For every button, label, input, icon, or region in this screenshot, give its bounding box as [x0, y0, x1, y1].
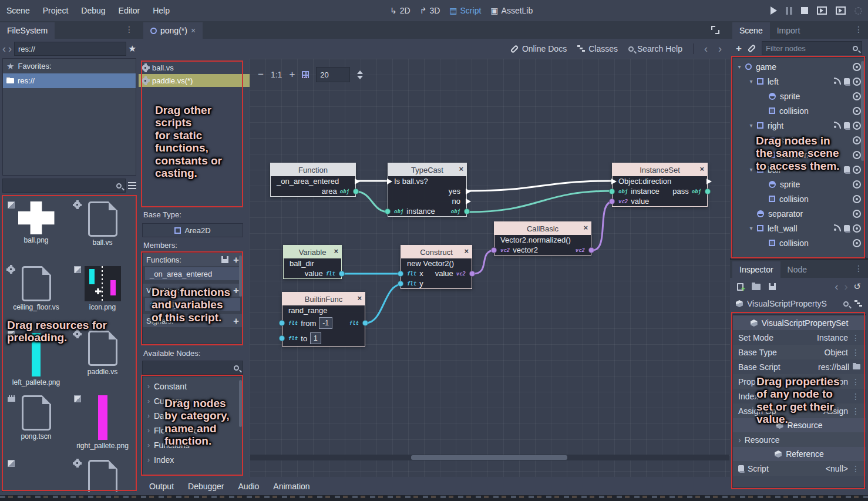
save-resource-icon[interactable]: [769, 283, 776, 290]
stop-button[interactable]: [801, 7, 808, 14]
file-item-right_pallete-png[interactable]: right_pallete.png: [69, 393, 136, 458]
instance-scene-icon[interactable]: [748, 44, 756, 53]
inspector-prop-base-script[interactable]: Base Scriptres://ball: [733, 359, 866, 374]
node-category-constant[interactable]: ›Constant: [143, 379, 243, 394]
tab-filesystem[interactable]: FileSystem: [0, 22, 55, 39]
file-item-ball-png[interactable]: ball.png: [3, 199, 69, 264]
play-button[interactable]: [771, 6, 777, 15]
object-history-icon[interactable]: ↺: [853, 281, 861, 292]
output-port-obj[interactable]: [464, 209, 470, 214]
play-scene-button[interactable]: [817, 6, 827, 15]
close-node-icon[interactable]: ×: [459, 165, 463, 173]
scene-node-separator[interactable]: separator: [733, 206, 866, 221]
tab-inspector[interactable]: Inspector: [732, 261, 780, 278]
visibility-eye-icon[interactable]: [853, 224, 861, 233]
favorite-toggle-icon[interactable]: ★: [129, 43, 136, 54]
nodes-search-field[interactable]: [146, 364, 234, 372]
dock-options-icon[interactable]: ⋮: [854, 264, 863, 273]
tab-node[interactable]: Node: [780, 261, 814, 278]
filter-nodes-input[interactable]: [762, 41, 862, 55]
tools-icon[interactable]: [854, 300, 862, 307]
attached-script-icon[interactable]: [844, 166, 850, 173]
bottom-tab-debugger[interactable]: Debugger: [182, 482, 230, 491]
scene-node-left[interactable]: ▾left: [733, 74, 866, 89]
scene-node-collision[interactable]: collision: [733, 191, 866, 206]
search-help-button[interactable]: Search Help: [628, 44, 682, 53]
menu-editor[interactable]: Editor: [112, 6, 147, 15]
add-function-icon[interactable]: +: [233, 255, 239, 265]
visibility-eye-icon[interactable]: [853, 92, 861, 100]
inspector-prop-set-mode[interactable]: Set ModeInstance⋮: [733, 330, 866, 345]
prop-options-icon[interactable]: ⋮: [852, 333, 860, 342]
bottom-tab-output[interactable]: Output: [143, 482, 180, 491]
graph-node-variable[interactable]: Variable×ball_dirvalueflt: [283, 245, 342, 279]
fs-root-item[interactable]: res://: [3, 73, 136, 88]
inspector-section-reference[interactable]: Reference: [733, 447, 866, 461]
graph-node-instanceset[interactable]: InstanceSet×Object:directionobjinstancep…: [612, 163, 708, 207]
output-port-flt[interactable]: [339, 271, 345, 277]
add-node-icon[interactable]: +: [736, 43, 742, 53]
script-item-paddle-vs---[interactable]: paddle.vs(*): [139, 74, 250, 87]
input-port-flt[interactable]: [398, 271, 403, 277]
add-variable-icon[interactable]: +: [233, 285, 239, 295]
scene-node-left_wall[interactable]: ▾left_wall: [733, 221, 866, 236]
sequence-out-arrow[interactable]: [706, 179, 712, 184]
base-type-button[interactable]: Area2D: [142, 223, 243, 237]
sequence-in-arrow[interactable]: [611, 179, 617, 184]
nodes-search-input[interactable]: [142, 361, 243, 375]
distraction-free-icon[interactable]: [711, 26, 719, 34]
visual-script-graph[interactable]: − 1:1 + 20 Function_on_area_enteredareao…: [250, 59, 730, 477]
history-back-icon[interactable]: ‹: [835, 281, 838, 292]
script-item-ball-vs[interactable]: ball.vs: [139, 61, 250, 74]
menu-help[interactable]: Help: [146, 6, 176, 15]
bottom-tab-audio[interactable]: Audio: [233, 482, 265, 491]
fs-forward-button[interactable]: ›: [8, 43, 12, 54]
prop-options-icon[interactable]: ⋮: [852, 348, 860, 357]
prop-options-icon[interactable]: ⋮: [852, 406, 860, 416]
fs-search-field[interactable]: [6, 181, 116, 190]
file-item[interactable]: [3, 458, 69, 492]
graph-node-callbasic[interactable]: CallBasic×Vector2.normalized()vc2vector2…: [494, 221, 591, 255]
scene-node-collision[interactable]: collision: [733, 236, 866, 250]
load-resource-icon[interactable]: [752, 284, 761, 290]
function-item[interactable]: _on_area_entered: [145, 267, 240, 280]
pause-button[interactable]: [786, 7, 792, 15]
close-node-icon[interactable]: ×: [464, 247, 469, 255]
visibility-eye-icon[interactable]: [853, 180, 861, 189]
default-value-input[interactable]: -1: [319, 317, 332, 329]
online-docs-button[interactable]: Online Docs: [510, 44, 567, 53]
mode-3d[interactable]: ↱3D: [420, 6, 440, 15]
input-port-flt[interactable]: [279, 320, 285, 326]
mode-script[interactable]: ▤Script: [449, 6, 481, 15]
output-port-flt[interactable]: [362, 320, 368, 326]
close-node-icon[interactable]: ×: [583, 224, 588, 231]
file-item-pong-tscn[interactable]: pong.tscn: [3, 393, 69, 458]
output-port-vc2[interactable]: [588, 247, 594, 253]
input-port-obj[interactable]: [385, 209, 391, 214]
prop-options-icon[interactable]: ⋮: [852, 464, 860, 473]
zoom-out-icon[interactable]: −: [258, 69, 264, 80]
inspector-prop-script[interactable]: Script<null>⋮: [733, 461, 866, 476]
mode-assetlib[interactable]: ▣AssetLib: [490, 6, 533, 15]
output-port-obj[interactable]: [353, 189, 359, 194]
script-history-back-icon[interactable]: ‹: [704, 43, 708, 54]
close-node-icon[interactable]: ×: [699, 165, 704, 173]
mode-2d[interactable]: ↳2D: [390, 6, 411, 15]
snap-value-input[interactable]: 20: [316, 67, 350, 82]
new-resource-icon[interactable]: [737, 283, 743, 291]
visibility-eye-icon[interactable]: [853, 239, 861, 247]
visibility-eye-icon[interactable]: [853, 195, 861, 203]
default-value-input[interactable]: 1: [310, 332, 321, 344]
snap-grid-icon[interactable]: [302, 71, 309, 78]
visibility-eye-icon[interactable]: [853, 166, 861, 174]
output-port-vc2[interactable]: [469, 271, 475, 277]
visibility-eye-icon[interactable]: [853, 107, 861, 115]
scene-node-collision[interactable]: collision: [733, 103, 866, 118]
sequence-out-arrow[interactable]: [466, 189, 471, 194]
tab-import[interactable]: Import: [770, 22, 808, 39]
graph-node-builtinfunc[interactable]: BuiltinFunc×rand_rangefltfrom-1fltfltto1: [282, 292, 365, 347]
tab-scene[interactable]: Scene: [732, 22, 770, 39]
output-port-obj[interactable]: [705, 189, 711, 194]
file-item[interactable]: [69, 458, 136, 492]
folder-icon[interactable]: [853, 364, 860, 369]
